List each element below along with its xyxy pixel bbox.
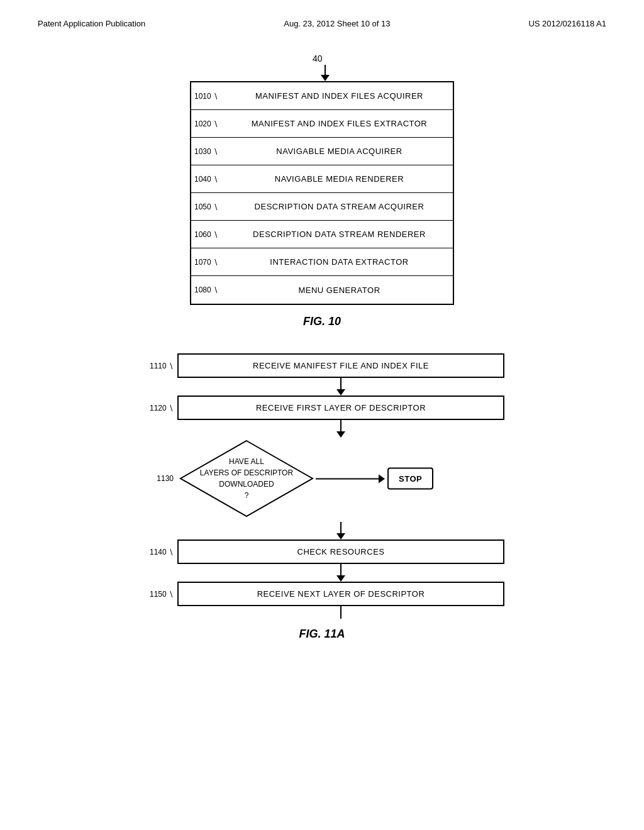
fig10-label-1010: MANIFEST AND INDEX FILES ACQUIRER — [226, 86, 453, 106]
fig10-row-1040: 1040 ∖ NAVIGABLE MEDIA RENDERER — [191, 165, 453, 193]
fig10-box: 1010 ∖ MANIFEST AND INDEX FILES ACQUIRER… — [190, 81, 454, 305]
fig10-arrow-area: 40 — [190, 53, 454, 81]
fig10-row-1060: 1060 ∖ DESCRIPTION DATA STREAM RENDERER — [191, 221, 453, 248]
fig10-row-1030: 1030 ∖ NAVIGABLE MEDIA ACQUIRER — [191, 138, 453, 165]
fig10-ref-1020: 1020 ∖ — [191, 119, 226, 128]
fig10-label-1060: DESCRIPTION DATA STREAM RENDERER — [226, 224, 453, 244]
diamond-wrapper-1130: HAVE ALL LAYERS OF DESCRIPTOR DOWNLOADED… — [177, 438, 316, 519]
fig11a-caption: FIG. 11A — [299, 628, 345, 641]
ref-1120: 1120 ∖ — [140, 404, 177, 412]
arrow-1110-1120 — [158, 378, 523, 396]
stop-box: STOP — [387, 468, 433, 490]
fig10-label-1020: MANIFEST AND INDEX FILES EXTRACTOR — [226, 114, 453, 133]
fig10-ref-1040: 1040 ∖ — [191, 175, 226, 184]
fig10-row-1010: 1010 ∖ MANIFEST AND INDEX FILES ACQUIRER — [191, 82, 453, 110]
flow-row-1110: 1110 ∖ RECEIVE MANIFEST FILE AND INDEX F… — [140, 353, 504, 378]
fig10-caption: FIG. 10 — [303, 315, 341, 328]
bottom-line — [158, 606, 523, 619]
flow-row-1150: 1150 ∖ RECEIVE NEXT LAYER OF DESCRIPTOR — [140, 582, 504, 606]
arrow-1120-1130 — [158, 420, 523, 438]
fig10-main-ref: 40 — [313, 53, 323, 64]
fig10-ref-1010: 1010 ∖ — [191, 92, 226, 101]
flow-row-1120: 1120 ∖ RECEIVE FIRST LAYER OF DESCRIPTOR — [140, 396, 504, 420]
ref-1130: 1130 — [140, 474, 177, 483]
header-middle: Aug. 23, 2012 Sheet 10 of 13 — [284, 19, 390, 28]
fig10-row-1070: 1070 ∖ INTERACTION DATA EXTRACTOR — [191, 248, 453, 276]
header-left: Patent Application Publication — [38, 19, 145, 28]
fig10-row-1020: 1020 ∖ MANIFEST AND INDEX FILES EXTRACTO… — [191, 110, 453, 138]
fig10-ref-1030: 1030 ∖ — [191, 147, 226, 156]
ref-1140: 1140 ∖ — [140, 548, 177, 556]
fig10-ref-1080: 1080 ∖ — [191, 285, 226, 294]
stop-branch: STOP — [316, 468, 433, 490]
diamond-row-1130: 1130 HAVE ALL LAYERS OF DESCRIPTOR DOWNL… — [140, 438, 504, 519]
flowchart-11a: 1110 ∖ RECEIVE MANIFEST FILE AND INDEX F… — [140, 353, 504, 619]
flow-row-1140: 1140 ∖ CHECK RESOURCES — [140, 540, 504, 564]
fig10-top-arrow — [321, 65, 330, 81]
ref-1110: 1110 ∖ — [140, 362, 177, 370]
fig10-label-1040: NAVIGABLE MEDIA RENDERER — [226, 169, 453, 189]
diamond-text-1130: HAVE ALL LAYERS OF DESCRIPTOR DOWNLOADED… — [177, 438, 316, 519]
page: Patent Application Publication Aug. 23, … — [0, 0, 644, 830]
fig10-row-1080: 1080 ∖ MENU GENERATOR — [191, 276, 453, 304]
fig10-ref-1060: 1060 ∖ — [191, 230, 226, 239]
fig10-label-1050: DESCRIPTION DATA STREAM ACQUIRER — [226, 197, 453, 216]
arrow-1140-1150 — [158, 564, 523, 582]
fig10-section: 40 1010 ∖ MANIFEST AND INDEX FILES ACQUI… — [38, 53, 606, 328]
fig10-row-1050: 1050 ∖ DESCRIPTION DATA STREAM ACQUIRER — [191, 193, 453, 221]
box-1150: RECEIVE NEXT LAYER OF DESCRIPTOR — [177, 582, 504, 606]
fig11a-section: 1110 ∖ RECEIVE MANIFEST FILE AND INDEX F… — [38, 353, 606, 641]
box-1110: RECEIVE MANIFEST FILE AND INDEX FILE — [177, 353, 504, 378]
header: Patent Application Publication Aug. 23, … — [38, 19, 606, 28]
fig10-ref-1070: 1070 ∖ — [191, 258, 226, 267]
fig10-label-1070: INTERACTION DATA EXTRACTOR — [226, 252, 453, 272]
fig10-label-1080: MENU GENERATOR — [226, 280, 453, 300]
header-right: US 2012/0216118 A1 — [528, 19, 606, 28]
box-1140: CHECK RESOURCES — [177, 540, 504, 564]
fig10-label-1030: NAVIGABLE MEDIA ACQUIRER — [226, 141, 453, 161]
box-1120: RECEIVE FIRST LAYER OF DESCRIPTOR — [177, 396, 504, 420]
ref-1150: 1150 ∖ — [140, 590, 177, 599]
fig10-ref-1050: 1050 ∖ — [191, 202, 226, 211]
arrow-1130-1140 — [158, 522, 523, 540]
